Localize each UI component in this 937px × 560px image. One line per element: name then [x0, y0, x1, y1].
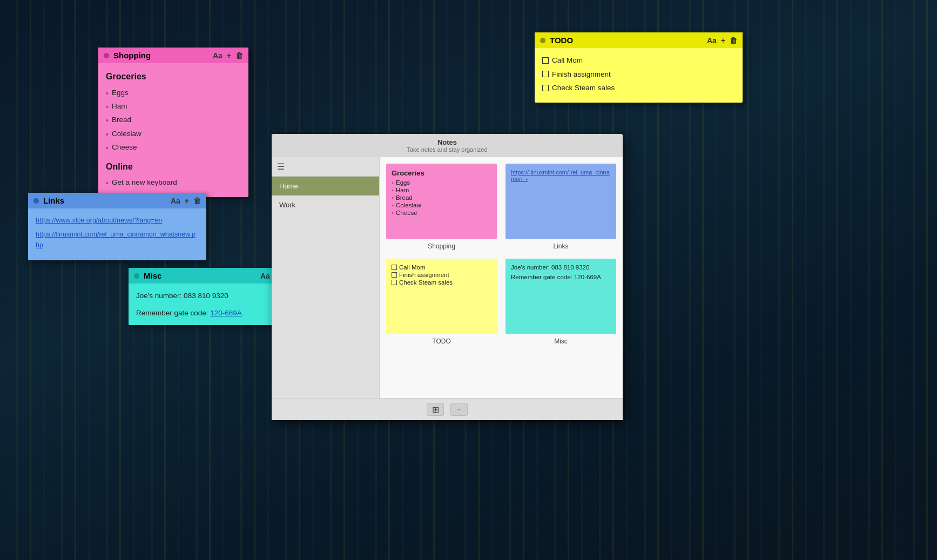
misc-card-line-2: Remember gate code: 120-669A — [511, 274, 611, 280]
notes-footer: ⊞ − — [272, 398, 623, 420]
notes-sidebar-header: ☰ — [272, 157, 379, 177]
todo-list: Call Mom Finish assignment Check Steam s… — [542, 55, 735, 94]
misc-fontsize-button[interactable]: Aa — [260, 272, 270, 280]
links-delete-button[interactable]: 🗑 — [193, 197, 201, 205]
gate-code-link[interactable]: 120-669A — [210, 309, 242, 317]
hamburger-icon[interactable]: ☰ — [277, 161, 285, 172]
misc-note-header: Misc Aa + 🗑 — [129, 268, 296, 284]
notes-sidebar: ☰ Home Work — [272, 157, 380, 398]
misc-dot-icon — [134, 273, 139, 279]
note-card-links[interactable]: https://-linuxmint.com/-rel_uma_cinnamon… — [505, 164, 616, 239]
checkbox-2[interactable] — [542, 71, 549, 77]
links-note-title: Links — [43, 196, 166, 205]
card-todo-item-3: Check Steam sales — [392, 279, 491, 286]
checkbox-3[interactable] — [542, 85, 549, 91]
links-note-body: https://www.xfce.org/about/news/?lang=en… — [28, 208, 206, 260]
links-fontsize-button[interactable]: Aa — [171, 197, 180, 205]
card-item: Coleslaw — [392, 202, 491, 208]
list-item: Coleslaw — [106, 128, 241, 140]
card-label-links: Links — [505, 242, 616, 250]
card-checkbox-3[interactable] — [392, 280, 397, 285]
notes-app-window: Notes Take notes and stay organized ☰ Ho… — [272, 134, 623, 420]
sidebar-item-work[interactable]: Work — [272, 195, 379, 214]
links-dot-icon — [33, 198, 39, 204]
shopping-note-title: Shopping — [113, 51, 208, 60]
list-item: Bread — [106, 114, 241, 126]
links-add-button[interactable]: + — [185, 197, 189, 205]
card-link-item[interactable]: https://-linuxmint.com/-rel_uma_cinnamon… — [511, 169, 610, 182]
todo-note: TODO Aa + 🗑 Call Mom Finish assignment C… — [535, 32, 743, 103]
note-card-wrapper-links: https://-linuxmint.com/-rel_uma_cinnamon… — [505, 164, 616, 250]
card-label-misc: Misc — [505, 338, 616, 345]
card-todo-item-2: Finish assignment — [392, 272, 491, 278]
todo-fontsize-button[interactable]: Aa — [707, 36, 717, 45]
link-item-1[interactable]: https://www.xfce.org/about/news/?lang=en — [36, 215, 199, 226]
misc-note-title: Misc — [144, 271, 256, 280]
link-item-2[interactable]: https://linuxmint.com/rel_uma_cinnamon_w… — [36, 229, 199, 251]
sidebar-item-home[interactable]: Home — [272, 177, 379, 195]
todo-header-actions: Aa + 🗑 — [707, 36, 737, 45]
list-item: Ham — [106, 100, 241, 113]
todo-add-button[interactable]: + — [721, 36, 725, 45]
notes-app-title: Notes — [276, 138, 618, 146]
shopping-note: Shopping Aa + 🗑 Groceries Eggs Ham Bread… — [98, 48, 248, 197]
card-item: Cheese — [392, 210, 491, 216]
note-card-wrapper-todo: Call Mom Finish assignment Check Steam s… — [386, 259, 497, 345]
note-card-shopping[interactable]: Groceries Eggs Ham Bread Coleslaw Cheese — [386, 164, 497, 239]
groceries-section-title: Groceries — [106, 70, 241, 84]
card-label-shopping: Shopping — [386, 242, 497, 250]
list-item: Get a new keyboard — [106, 177, 241, 189]
list-item: Cheese — [106, 141, 241, 154]
links-note-header: Links Aa + 🗑 — [28, 193, 206, 208]
card-checkbox-1[interactable] — [392, 265, 397, 270]
notes-content: Groceries Eggs Ham Bread Coleslaw Cheese… — [380, 157, 623, 398]
card-label-todo: TODO — [386, 338, 497, 345]
note-card-wrapper-shopping: Groceries Eggs Ham Bread Coleslaw Cheese… — [386, 164, 497, 250]
misc-line-2: Remember gate code: 120-669A — [136, 307, 288, 319]
misc-note: Misc Aa + 🗑 Joe's number: 083 810 9320 R… — [129, 268, 296, 325]
links-note: Links Aa + 🗑 https://www.xfce.org/about/… — [28, 193, 206, 260]
groceries-list: Eggs Ham Bread Coleslaw Cheese — [106, 87, 241, 154]
card-item: Eggs — [392, 179, 491, 186]
todo-item-2: Finish assignment — [542, 69, 735, 80]
shopping-add-button[interactable]: + — [227, 51, 231, 60]
online-list: Get a new keyboard — [106, 177, 241, 189]
shopping-header-actions: Aa + 🗑 — [213, 51, 243, 60]
note-card-wrapper-misc: Joe's number: 083 810 9320 Remember gate… — [505, 259, 616, 345]
todo-delete-button[interactable]: 🗑 — [730, 36, 737, 45]
card-todo-item-1: Call Mom — [392, 264, 491, 271]
misc-line-1: Joe's number: 083 810 9320 — [136, 290, 288, 302]
shopping-note-header: Shopping Aa + 🗑 — [98, 48, 248, 63]
shopping-fontsize-button[interactable]: Aa — [213, 51, 223, 60]
notes-grid: Groceries Eggs Ham Bread Coleslaw Cheese… — [386, 164, 616, 345]
todo-dot-icon — [540, 38, 545, 43]
card-checkbox-2[interactable] — [392, 272, 397, 278]
todo-note-body: Call Mom Finish assignment Check Steam s… — [535, 48, 743, 103]
shopping-dot-icon — [104, 53, 109, 58]
misc-note-body: Joe's number: 083 810 9320 Remember gate… — [129, 284, 296, 325]
note-card-misc[interactable]: Joe's number: 083 810 9320 Remember gate… — [505, 259, 616, 334]
note-card-todo[interactable]: Call Mom Finish assignment Check Steam s… — [386, 259, 497, 334]
notes-add-button[interactable]: ⊞ — [427, 403, 444, 416]
card-item: Ham — [392, 187, 491, 193]
todo-item-1: Call Mom — [542, 55, 735, 66]
card-title-shopping: Groceries — [392, 169, 491, 177]
todo-note-header: TODO Aa + 🗑 — [535, 32, 743, 48]
notes-app-body: ☰ Home Work Groceries Eggs Ham Bread Col… — [272, 157, 623, 398]
shopping-delete-button[interactable]: 🗑 — [235, 51, 243, 60]
todo-item-3: Check Steam sales — [542, 82, 735, 94]
notes-titlebar: Notes Take notes and stay organized — [272, 134, 623, 157]
todo-note-title: TODO — [550, 36, 703, 45]
shopping-note-body: Groceries Eggs Ham Bread Coleslaw Cheese… — [98, 63, 248, 197]
checkbox-1[interactable] — [542, 57, 549, 64]
notes-remove-button[interactable]: − — [450, 403, 468, 416]
list-item: Eggs — [106, 87, 241, 99]
links-header-actions: Aa + 🗑 — [171, 197, 201, 205]
notes-app-subtitle: Take notes and stay organized — [276, 146, 618, 153]
misc-card-line-1: Joe's number: 083 810 9320 — [511, 264, 611, 271]
online-section-title: Online — [106, 160, 241, 174]
card-item: Bread — [392, 194, 491, 201]
